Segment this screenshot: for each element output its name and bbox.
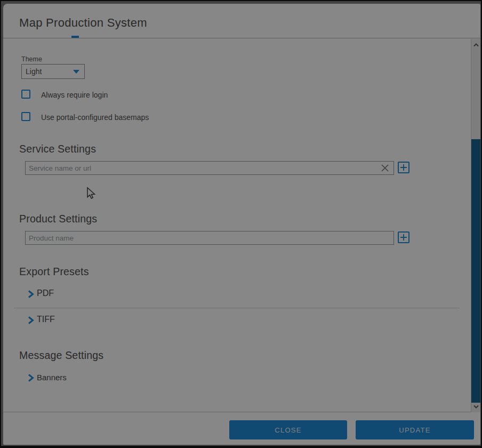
product-name-input[interactable] [25, 231, 394, 245]
close-button[interactable]: CLOSE [229, 420, 347, 439]
message-setting-banners[interactable]: Banners [37, 373, 67, 382]
service-settings-heading: Service Settings [19, 143, 96, 155]
scroll-up-button[interactable] [471, 40, 480, 50]
always-require-login-label: Always require login [41, 91, 108, 99]
always-require-login-checkbox[interactable] [21, 90, 30, 99]
chevron-down-icon [473, 405, 479, 409]
x-clear-icon[interactable] [380, 163, 390, 173]
map-production-system-dialog: Map Production System Theme Light Always… [3, 4, 480, 445]
plus-icon [400, 164, 407, 171]
dialog-footer: CLOSE UPDATE [3, 412, 480, 445]
app-frame: Map Production System Theme Light Always… [0, 0, 482, 448]
add-service-button[interactable] [398, 162, 409, 173]
scrolled-content-sliver [71, 36, 79, 38]
chevron-up-icon [473, 43, 479, 47]
export-preset-pdf[interactable]: PDF [37, 289, 54, 298]
chevron-right-icon[interactable] [28, 374, 34, 382]
dialog-title: Map Production System [19, 16, 147, 30]
dialog-header: Map Production System [3, 4, 480, 38]
scrollbar-thumb[interactable] [471, 139, 480, 403]
arrow-pointer-cursor [84, 186, 96, 200]
theme-label: Theme [21, 55, 42, 63]
portal-basemaps-checkbox[interactable] [21, 112, 30, 121]
chevron-right-icon[interactable] [28, 316, 34, 324]
caret-down-icon [73, 70, 79, 74]
export-presets-heading: Export Presets [19, 266, 89, 278]
portal-basemaps-label: Use portal-configured basemaps [41, 113, 149, 122]
product-settings-heading: Product Settings [19, 213, 97, 225]
update-button[interactable]: UPDATE [356, 420, 474, 439]
theme-select[interactable]: Light [21, 64, 85, 79]
export-preset-tiff[interactable]: TIFF [37, 315, 55, 324]
plus-icon [400, 234, 407, 241]
service-name-input[interactable] [25, 161, 394, 175]
scroll-down-button[interactable] [471, 402, 480, 411]
theme-selected-value: Light [26, 67, 42, 76]
message-settings-heading: Message Settings [19, 349, 103, 362]
add-product-button[interactable] [398, 231, 409, 243]
vertical-scrollbar[interactable] [471, 39, 480, 412]
chevron-right-icon[interactable] [28, 290, 34, 298]
preset-divider [14, 308, 460, 308]
